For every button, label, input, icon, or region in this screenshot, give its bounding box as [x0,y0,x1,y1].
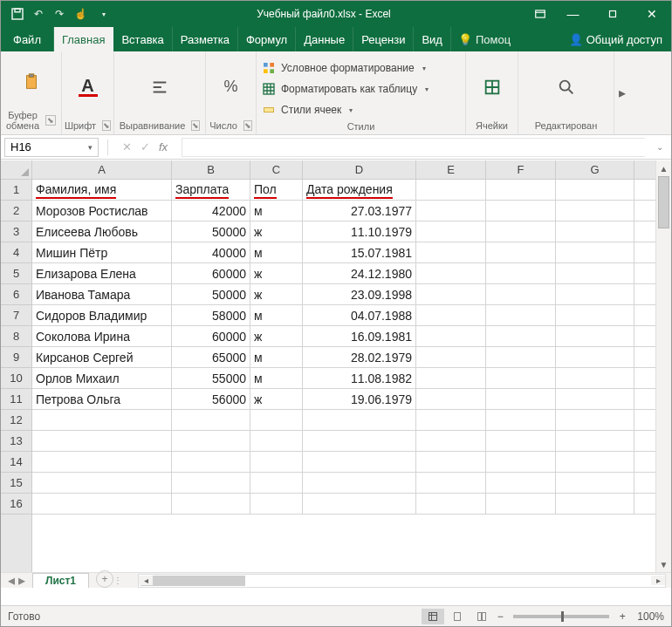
cell[interactable] [32,410,172,430]
collapse-ribbon-button[interactable]: ▸ [614,51,630,134]
cell[interactable]: ж [250,284,303,304]
cell[interactable]: 28.02.1979 [303,347,416,367]
cell[interactable]: 04.07.1988 [303,305,416,325]
col-header-G[interactable]: G [556,160,634,179]
cell[interactable]: 27.03.1977 [303,201,416,221]
cell[interactable] [486,431,556,451]
cell[interactable] [303,473,416,493]
cell[interactable] [556,305,634,325]
cell[interactable] [486,221,556,242]
cell[interactable]: Соколова Ирина [32,326,172,346]
sheet-nav-buttons[interactable]: ◂▸ [1,572,32,589]
cell[interactable]: 60000 [172,326,250,346]
cell[interactable] [416,305,486,325]
cell[interactable] [556,221,634,242]
cell[interactable] [556,326,634,346]
col-header-D[interactable]: D [303,160,416,179]
cell[interactable] [416,221,486,242]
cell[interactable] [486,263,556,283]
maximize-button[interactable] [593,1,632,27]
cell[interactable] [416,180,486,200]
row-header-6[interactable]: 6 [1,284,31,305]
qat-customize-icon[interactable]: ▾ [96,6,112,22]
cell[interactable] [32,431,172,451]
cell[interactable]: Морозов Ростислав [32,201,172,221]
cell[interactable]: 24.12.1980 [303,263,416,283]
number-button[interactable]: % [222,78,241,97]
cell[interactable]: м [250,242,303,262]
tab-split-handle[interactable]: ⋮ [113,576,120,585]
row-header-1[interactable]: 1 [1,180,31,201]
cell[interactable] [303,494,416,514]
row-header-5[interactable]: 5 [1,263,31,284]
horizontal-scrollbar[interactable]: ◂ ▸ [138,574,666,588]
conditional-formatting-button[interactable]: Условное форматирование▾ [262,58,426,78]
dialog-launcher-icon[interactable]: ⬊ [102,120,111,131]
tab-insert[interactable]: Вставка [113,27,172,51]
fx-icon[interactable]: fx [159,140,173,153]
row-header-13[interactable]: 13 [1,431,31,452]
cell[interactable] [250,452,303,472]
cell[interactable]: 16.09.1981 [303,326,416,346]
tab-file[interactable]: Файл [1,27,54,51]
cell[interactable] [486,347,556,367]
cell[interactable] [250,494,303,514]
dialog-launcher-icon[interactable]: ⬊ [243,120,252,131]
cell[interactable]: Елизарова Елена [32,263,172,283]
row-header-15[interactable]: 15 [1,473,31,494]
col-header-A[interactable]: A [32,160,172,179]
scroll-thumb[interactable] [141,576,245,586]
cell[interactable] [416,494,486,514]
cell[interactable]: 11.08.1982 [303,368,416,388]
cell[interactable]: Елисеева Любовь [32,221,172,242]
cell[interactable] [486,180,556,200]
row-header-9[interactable]: 9 [1,347,31,368]
cell[interactable]: м [250,305,303,325]
format-as-table-button[interactable]: Форматировать как таблицу▾ [262,79,429,99]
cell[interactable]: 19.06.1979 [303,389,416,409]
cell[interactable] [416,326,486,346]
cell[interactable] [416,263,486,283]
cell[interactable] [172,410,250,430]
cell[interactable]: Фамилия, имя [32,180,172,200]
next-sheet-icon[interactable]: ▸ [18,572,25,589]
share-button[interactable]: 👤Общий доступ [560,27,671,51]
cell[interactable] [556,473,634,493]
expand-formula-icon[interactable]: ⌄ [652,142,668,152]
row-header-12[interactable]: 12 [1,410,31,431]
row-header-16[interactable]: 16 [1,494,31,515]
cell[interactable] [486,305,556,325]
select-all-button[interactable] [1,160,32,180]
cell[interactable] [486,473,556,493]
cell[interactable]: Пол [250,180,303,200]
cell[interactable]: Дата рождения [303,180,416,200]
cells-area[interactable]: Фамилия, имяЗарплатаПолДата рожденияМоро… [32,180,655,572]
cell[interactable] [416,410,486,430]
save-icon[interactable] [10,6,25,22]
cell[interactable] [32,452,172,472]
add-sheet-button[interactable]: + [96,570,113,588]
close-button[interactable]: ✕ [632,1,671,27]
cell[interactable] [486,242,556,262]
vertical-scrollbar[interactable]: ▲ ▼ [655,160,671,572]
row-header-2[interactable]: 2 [1,201,31,221]
cell[interactable]: ж [250,326,303,346]
cell[interactable]: 42000 [172,201,250,221]
tell-me[interactable]: 💡Помоц [451,27,518,51]
row-header-10[interactable]: 10 [1,368,31,389]
paste-button[interactable] [22,72,41,92]
cell[interactable]: ж [250,221,303,242]
cell[interactable] [486,326,556,346]
cell[interactable] [556,347,634,367]
cell[interactable] [486,410,556,430]
cell-styles-button[interactable]: Стили ячеек▾ [262,100,353,119]
cell[interactable] [556,201,634,221]
cell[interactable]: Сидоров Владимир [32,305,172,325]
cell[interactable]: 60000 [172,263,250,283]
col-header-F[interactable]: F [486,160,556,179]
name-box[interactable]: H16▾ [4,138,99,157]
cell[interactable] [416,201,486,221]
zoom-out-button[interactable]: − [494,610,506,623]
cell[interactable]: 50000 [172,284,250,304]
row-header-14[interactable]: 14 [1,452,31,473]
